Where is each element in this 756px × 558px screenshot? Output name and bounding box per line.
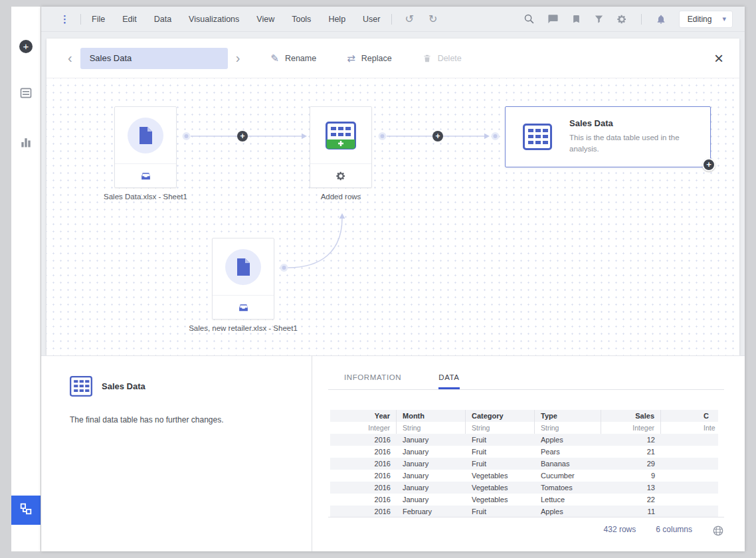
data-table-icon bbox=[523, 124, 552, 150]
comment-icon[interactable] bbox=[547, 13, 559, 25]
menu-item[interactable]: Visualizations bbox=[189, 15, 239, 24]
undo-icon[interactable]: ↺ bbox=[405, 13, 414, 25]
cell-sales: 29 bbox=[601, 458, 661, 470]
globe-icon[interactable] bbox=[712, 525, 724, 537]
column-type: String bbox=[535, 422, 601, 434]
cell-year: 2016 bbox=[330, 482, 397, 494]
insert-transformation-button-2[interactable]: + bbox=[432, 131, 443, 141]
insert-transformation-button[interactable]: + bbox=[237, 131, 248, 141]
delete-button[interactable]: Delete bbox=[423, 54, 462, 63]
menu-item[interactable]: Tools bbox=[292, 15, 311, 24]
swap-arrows-icon: ⇄ bbox=[347, 52, 355, 64]
tab-data[interactable]: DATA bbox=[438, 373, 459, 389]
import-file-icon bbox=[238, 302, 249, 313]
mode-label: Editing bbox=[688, 15, 712, 24]
column-header[interactable]: Category bbox=[466, 410, 535, 422]
notifications-bell-icon[interactable] bbox=[656, 14, 666, 25]
canvas-toolbar: ‹ Sales Data › ✎ Rename ⇄ Replace bbox=[47, 39, 739, 78]
table-row[interactable]: 2016 January Fruit Pears 21 bbox=[330, 446, 718, 458]
menu-item[interactable]: Data bbox=[154, 15, 171, 24]
back-chevron-icon[interactable]: ‹ bbox=[68, 50, 72, 66]
replace-label: Replace bbox=[361, 54, 392, 63]
gear-icon[interactable] bbox=[616, 14, 627, 25]
chevron-down-icon: ▾ bbox=[722, 15, 726, 23]
cell-type: Tomatoes bbox=[535, 482, 601, 494]
search-icon[interactable] bbox=[523, 13, 535, 25]
cell-sales: 21 bbox=[601, 446, 661, 458]
final-data-table-node[interactable]: Sales Data This is the data table used i… bbox=[505, 106, 711, 167]
table-row[interactable]: 2016 January Vegetables Cucumber 9 bbox=[330, 470, 718, 482]
divider bbox=[641, 14, 642, 25]
cell-type: Lettuce bbox=[535, 494, 601, 506]
final-node-description: This is the data table used in the analy… bbox=[569, 132, 702, 154]
added-rows-node[interactable] bbox=[310, 106, 372, 188]
tab-information[interactable]: INFORMATION bbox=[344, 373, 401, 389]
menu-item[interactable]: Help bbox=[328, 15, 345, 24]
rename-button[interactable]: ✎ Rename bbox=[270, 52, 316, 64]
toolbar-icons: Editing ▾ bbox=[523, 11, 733, 28]
file-icon bbox=[235, 258, 251, 276]
column-type: Inte bbox=[661, 422, 718, 434]
data-canvas[interactable]: Sales Data.xlsx - Sheet1 + bbox=[47, 78, 739, 355]
source-name-field[interactable]: Sales Data bbox=[80, 48, 228, 69]
cell-sales: 9 bbox=[601, 470, 661, 482]
close-icon[interactable]: × bbox=[714, 50, 723, 66]
menu-item[interactable]: View bbox=[256, 15, 274, 24]
details-summary: Sales Data The final data table has no f… bbox=[41, 356, 312, 551]
bookmark-icon[interactable] bbox=[571, 14, 581, 24]
cell-category: Fruit bbox=[466, 506, 535, 517]
replace-button[interactable]: ⇄ Replace bbox=[347, 52, 391, 64]
cell-sales: 11 bbox=[601, 506, 661, 517]
column-type: String bbox=[397, 422, 466, 434]
column-header[interactable]: Month bbox=[397, 410, 466, 422]
menubar: ⋮ FileEditDataVisualizationsViewToolsHel… bbox=[41, 7, 745, 32]
table-header-row[interactable]: Year Month Category Type Sales C bbox=[330, 410, 718, 422]
table-row[interactable]: 2016 January Fruit Bananas 29 bbox=[330, 458, 718, 470]
added-rows-icon bbox=[326, 122, 356, 149]
column-type: Integer bbox=[330, 422, 397, 434]
column-header[interactable]: Type bbox=[535, 410, 601, 422]
cell-sales: 22 bbox=[601, 494, 661, 506]
add-step-button[interactable]: + bbox=[702, 158, 715, 171]
data-canvas-tab[interactable] bbox=[11, 496, 41, 525]
table-row[interactable]: 2016 January Vegetables Tomatoes 13 bbox=[330, 482, 718, 494]
menu-item[interactable]: User bbox=[363, 15, 380, 24]
file-icon-circle bbox=[128, 118, 163, 153]
cell-type: Apples bbox=[535, 506, 601, 517]
column-type: String bbox=[466, 422, 535, 434]
data-preview-table: Year Month Category Type Sales C Integer… bbox=[330, 410, 718, 517]
cell-month: January bbox=[397, 434, 466, 446]
add-icon[interactable]: + bbox=[19, 40, 33, 53]
settings-gear-icon[interactable] bbox=[335, 171, 346, 181]
cell-month: January bbox=[397, 482, 466, 494]
table-row[interactable]: 2016 February Fruit Apples 11 bbox=[330, 506, 718, 517]
mode-dropdown[interactable]: Editing ▾ bbox=[679, 11, 733, 28]
source-node-2[interactable] bbox=[212, 238, 274, 320]
cell-year: 2016 bbox=[330, 434, 397, 446]
visualizations-panel-icon[interactable] bbox=[19, 136, 33, 151]
table-row[interactable]: 2016 January Vegetables Lettuce 22 bbox=[330, 494, 718, 506]
details-panel: Sales Data The final data table has no f… bbox=[41, 355, 745, 551]
table-row[interactable]: 2016 January Fruit Apples 12 bbox=[330, 434, 718, 446]
data-panel-icon[interactable] bbox=[19, 86, 33, 102]
source-node-1-label: Sales Data.xlsx - Sheet1 bbox=[79, 193, 212, 201]
cell-cost bbox=[661, 434, 718, 446]
pencil-icon: ✎ bbox=[270, 52, 279, 64]
kebab-menu-icon[interactable]: ⋮ bbox=[60, 13, 70, 25]
menu-item[interactable]: File bbox=[92, 15, 105, 24]
column-header[interactable]: Sales bbox=[601, 410, 661, 422]
cell-month: January bbox=[397, 470, 466, 482]
source-node-1[interactable] bbox=[114, 106, 177, 188]
cell-type: Cucumber bbox=[535, 470, 601, 482]
forward-chevron-icon[interactable]: › bbox=[236, 50, 240, 66]
trash-icon bbox=[423, 54, 432, 63]
cell-cost bbox=[661, 458, 718, 470]
details-title: Sales Data bbox=[102, 381, 145, 391]
filter-icon[interactable] bbox=[594, 14, 604, 24]
details-tabs: INFORMATION DATA bbox=[328, 356, 724, 390]
redo-icon[interactable]: ↻ bbox=[428, 13, 437, 25]
table-type-row: Integer String String String Integer Int… bbox=[330, 422, 718, 434]
column-header[interactable]: C bbox=[661, 410, 718, 422]
menu-item[interactable]: Edit bbox=[122, 15, 137, 24]
column-header[interactable]: Year bbox=[330, 410, 397, 422]
